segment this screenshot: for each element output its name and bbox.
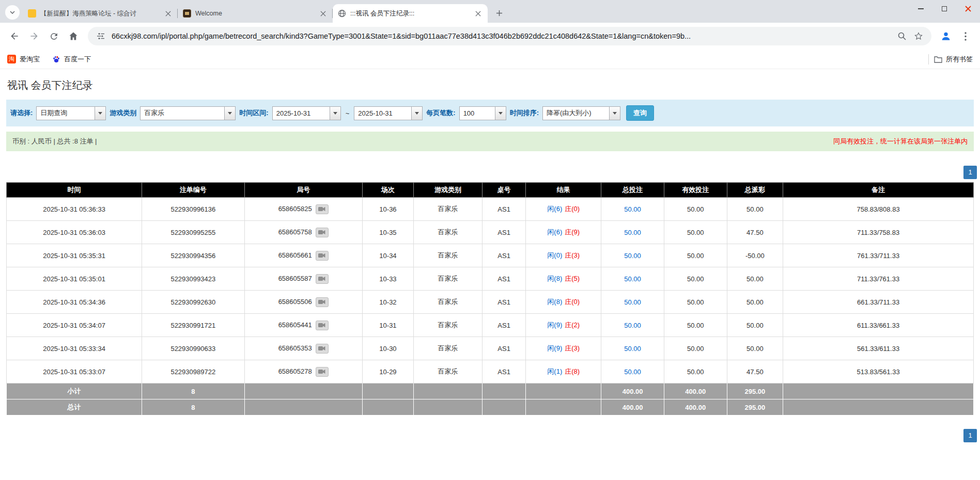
- cell-total-bet: 50.00: [601, 244, 664, 267]
- summary-notice: 同局有效投注，统一计算在该局第一张注单内: [833, 137, 968, 146]
- header-session: 场次: [362, 183, 413, 198]
- tab-title: :::视讯 会员下注纪录:::: [350, 9, 470, 18]
- total-bet-link[interactable]: 50.00: [624, 322, 641, 329]
- video-replay-icon[interactable]: [316, 367, 329, 377]
- result-player: 闲(1): [547, 367, 562, 375]
- sort-select[interactable]: [542, 106, 620, 120]
- total-bet-link[interactable]: 50.00: [624, 298, 641, 306]
- cell-session: 10-32: [362, 291, 413, 314]
- bookmark-star-icon[interactable]: [913, 30, 924, 42]
- bookmark-taobao[interactable]: 淘 爱淘宝: [7, 55, 40, 64]
- cell-valid-bet: 50.00: [664, 244, 727, 267]
- page-size-select[interactable]: [459, 106, 506, 120]
- tab-welcome[interactable]: Welcome: [178, 4, 333, 23]
- subtotal-valid-bet: 400.00: [664, 383, 727, 399]
- video-replay-icon[interactable]: [316, 321, 329, 330]
- cell-bet-id: 522930993423: [142, 267, 244, 291]
- home-button[interactable]: [64, 27, 83, 45]
- pagination-top: 1: [6, 166, 977, 179]
- total-bet-link[interactable]: 50.00: [624, 368, 641, 376]
- date-from-value[interactable]: [273, 107, 330, 120]
- total-bet-link[interactable]: 50.00: [624, 229, 641, 236]
- total-bet-link[interactable]: 50.00: [624, 205, 641, 213]
- forward-icon: [29, 31, 39, 41]
- forward-button[interactable]: [25, 27, 43, 45]
- home-icon: [68, 31, 79, 41]
- cell-game-type: 百家乐: [414, 267, 483, 291]
- video-replay-icon[interactable]: [316, 228, 329, 237]
- cell-payout: -50.00: [727, 244, 783, 267]
- subtotal-count: 8: [142, 383, 244, 399]
- bet-records-table: 时间 注单编号 局号 场次 游戏类别 桌号 结果 总投注 有效投注 总派彩 备注…: [6, 182, 974, 415]
- cell-round-id: 658605441: [244, 314, 362, 337]
- site-info-icon[interactable]: [95, 30, 106, 42]
- close-button[interactable]: [956, 0, 980, 18]
- address-bar[interactable]: 66cxkj98.com/ipl/portal.php/game/betreco…: [88, 27, 931, 45]
- cell-total-bet: 50.00: [601, 314, 664, 337]
- search-button[interactable]: 查询: [626, 105, 654, 121]
- game-type-select[interactable]: [140, 106, 236, 120]
- page-number-button[interactable]: 1: [963, 429, 977, 442]
- page-size-value[interactable]: [460, 107, 495, 120]
- total-bet-link[interactable]: 50.00: [624, 345, 641, 353]
- sort-value[interactable]: [543, 107, 609, 120]
- dropdown-button[interactable]: [495, 107, 506, 120]
- dropdown-button[interactable]: [330, 107, 340, 120]
- menu-kebab-button[interactable]: [956, 27, 975, 45]
- video-replay-icon[interactable]: [316, 344, 329, 354]
- dropdown-button[interactable]: [95, 107, 105, 120]
- video-replay-icon[interactable]: [316, 274, 329, 284]
- tab-strip: 【新提醒】海燕策略论坛 - 综合讨 Welcome :::视讯 会员下注纪录::…: [0, 0, 980, 23]
- video-replay-icon[interactable]: [316, 297, 329, 307]
- cell-bet-id: 522930989722: [142, 360, 244, 383]
- tab-search-button[interactable]: [5, 5, 20, 20]
- maximize-button[interactable]: [932, 0, 956, 18]
- date-from-select[interactable]: [272, 106, 341, 120]
- round-id-text: 658605825: [278, 204, 312, 212]
- cell-note: 661.33/711.33: [783, 291, 974, 314]
- back-button[interactable]: [5, 27, 24, 45]
- all-bookmarks-button[interactable]: 所有书签: [934, 55, 973, 64]
- cell-total-bet: 50.00: [601, 221, 664, 244]
- cell-table-no: AS1: [482, 314, 525, 337]
- cell-result: 闲(8)庄(0): [526, 291, 601, 314]
- video-replay-icon[interactable]: [316, 204, 329, 214]
- cell-bet-id: 522930996136: [142, 198, 244, 221]
- dropdown-button[interactable]: [224, 107, 235, 120]
- date-to-value[interactable]: [354, 107, 411, 120]
- tab-close-icon[interactable]: [474, 9, 483, 18]
- cell-session: 10-35: [362, 221, 413, 244]
- date-to-select[interactable]: [354, 106, 423, 120]
- minimize-button[interactable]: [909, 0, 932, 18]
- dropdown-button[interactable]: [411, 107, 422, 120]
- tab-forum[interactable]: 【新提醒】海燕策略论坛 - 综合讨: [23, 4, 178, 23]
- cell-round-id: 658605661: [244, 244, 362, 267]
- total-bet-link[interactable]: 50.00: [624, 252, 641, 260]
- cell-time: 2025-10-31 05:33:07: [7, 360, 142, 383]
- tab-close-icon[interactable]: [164, 9, 173, 18]
- result-banker: 庄(3): [565, 344, 580, 352]
- page-number-button[interactable]: 1: [963, 166, 977, 179]
- profile-avatar[interactable]: [937, 27, 955, 45]
- new-tab-button[interactable]: [492, 6, 506, 20]
- round-id-text: 658605441: [278, 321, 312, 328]
- refresh-button[interactable]: [44, 27, 63, 45]
- query-type-value[interactable]: [37, 107, 95, 120]
- query-type-select[interactable]: [36, 106, 106, 120]
- zoom-icon[interactable]: [896, 30, 908, 42]
- table-row: 2025-10-31 05:35:01 522930993423 6586055…: [7, 267, 974, 291]
- video-replay-icon[interactable]: [316, 251, 329, 261]
- tab-close-icon[interactable]: [319, 9, 328, 18]
- game-type-value[interactable]: [141, 107, 224, 120]
- table-row: 2025-10-31 05:36:33 522930996136 6586058…: [7, 198, 974, 221]
- bookmark-baidu[interactable]: 百度一下: [52, 55, 91, 64]
- round-id-text: 658605278: [278, 367, 312, 375]
- close-icon: [965, 6, 971, 12]
- query-type-label: 请选择:: [10, 108, 33, 118]
- total-bet-link[interactable]: 50.00: [624, 275, 641, 283]
- dropdown-button[interactable]: [609, 107, 620, 120]
- url-text[interactable]: 66cxkj98.com/ipl/portal.php/game/betreco…: [112, 32, 891, 40]
- header-total-bet: 总投注: [601, 183, 664, 198]
- total-payout: 295.00: [727, 399, 783, 415]
- tab-bet-records[interactable]: :::视讯 会员下注纪录:::: [333, 4, 488, 23]
